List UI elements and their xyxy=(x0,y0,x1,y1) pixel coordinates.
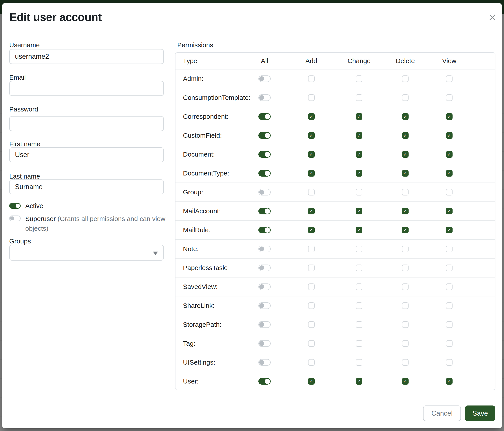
permission-add-checkbox[interactable] xyxy=(308,246,315,252)
permission-view-checkbox[interactable] xyxy=(446,151,452,158)
permission-add-checkbox[interactable] xyxy=(308,359,315,366)
permission-type-label: Document: xyxy=(175,151,242,158)
permission-view-checkbox[interactable] xyxy=(446,321,452,328)
permission-all-toggle[interactable] xyxy=(258,132,271,139)
cancel-button[interactable]: Cancel xyxy=(423,405,461,421)
permission-delete-checkbox[interactable] xyxy=(402,227,409,233)
permission-all-toggle[interactable] xyxy=(258,340,271,347)
permission-delete-checkbox[interactable] xyxy=(402,208,409,214)
permission-add-checkbox[interactable] xyxy=(308,340,315,347)
permission-all-toggle[interactable] xyxy=(258,170,271,177)
permission-all-toggle[interactable] xyxy=(258,151,271,158)
permission-delete-checkbox[interactable] xyxy=(402,302,409,309)
permission-change-checkbox[interactable] xyxy=(356,246,362,252)
permission-all-toggle[interactable] xyxy=(258,75,271,82)
permission-change-checkbox[interactable] xyxy=(356,359,362,366)
permission-change-checkbox[interactable] xyxy=(356,283,362,290)
permission-change-checkbox[interactable] xyxy=(356,94,362,101)
toggle-knob xyxy=(265,379,270,384)
permission-all-toggle[interactable] xyxy=(258,302,271,309)
permission-delete-checkbox[interactable] xyxy=(402,189,409,196)
permission-change-checkbox[interactable] xyxy=(356,227,362,233)
permission-change-checkbox[interactable] xyxy=(356,340,362,347)
permission-change-checkbox[interactable] xyxy=(356,208,362,214)
permission-delete-checkbox[interactable] xyxy=(402,265,409,271)
permission-add-checkbox[interactable] xyxy=(308,302,315,309)
permission-add-checkbox[interactable] xyxy=(308,227,315,233)
permission-view-checkbox[interactable] xyxy=(446,283,452,290)
permission-change-checkbox[interactable] xyxy=(356,75,362,82)
permission-all-toggle[interactable] xyxy=(258,246,271,252)
email-field[interactable] xyxy=(9,81,164,96)
permission-delete-checkbox[interactable] xyxy=(402,75,409,82)
last-name-field[interactable] xyxy=(9,180,164,194)
permission-add-checkbox[interactable] xyxy=(308,132,315,139)
permission-view-checkbox[interactable] xyxy=(446,302,452,309)
permission-view-checkbox[interactable] xyxy=(446,246,452,252)
permission-all-toggle[interactable] xyxy=(258,378,271,385)
permission-add-checkbox[interactable] xyxy=(308,321,315,328)
permission-add-checkbox[interactable] xyxy=(308,94,315,101)
active-toggle[interactable] xyxy=(9,203,21,209)
superuser-toggle[interactable] xyxy=(9,216,21,221)
permission-view-checkbox[interactable] xyxy=(446,189,452,196)
permission-all-toggle[interactable] xyxy=(258,208,271,214)
groups-select[interactable] xyxy=(9,245,164,260)
permission-all-toggle[interactable] xyxy=(258,265,271,271)
permission-change-checkbox[interactable] xyxy=(356,302,362,309)
permission-delete-checkbox[interactable] xyxy=(402,113,409,120)
permission-change-checkbox[interactable] xyxy=(356,113,362,120)
permission-delete-checkbox[interactable] xyxy=(402,246,409,252)
permission-delete-checkbox[interactable] xyxy=(402,359,409,366)
permission-all-toggle[interactable] xyxy=(258,283,271,290)
column-header-delete: Delete xyxy=(383,57,427,65)
permission-all-toggle[interactable] xyxy=(258,227,271,233)
permission-delete-checkbox[interactable] xyxy=(402,340,409,347)
permission-delete-checkbox[interactable] xyxy=(402,132,409,139)
permission-view-checkbox[interactable] xyxy=(446,94,452,101)
permission-all-toggle[interactable] xyxy=(258,113,271,120)
permission-add-checkbox[interactable] xyxy=(308,170,315,177)
permission-all-toggle[interactable] xyxy=(258,359,271,366)
permission-add-checkbox[interactable] xyxy=(308,208,315,214)
permission-view-checkbox[interactable] xyxy=(446,170,452,177)
permission-all-toggle[interactable] xyxy=(258,189,271,196)
password-field[interactable] xyxy=(9,116,164,131)
permission-all-toggle[interactable] xyxy=(258,321,271,328)
permission-view-checkbox[interactable] xyxy=(446,378,452,385)
permission-view-checkbox[interactable] xyxy=(446,359,452,366)
close-button[interactable] xyxy=(487,13,497,22)
permission-view-checkbox[interactable] xyxy=(446,265,452,271)
permission-delete-checkbox[interactable] xyxy=(402,151,409,158)
permission-view-checkbox[interactable] xyxy=(446,75,452,82)
permission-add-checkbox[interactable] xyxy=(308,378,315,385)
permission-add-checkbox[interactable] xyxy=(308,75,315,82)
permission-add-checkbox[interactable] xyxy=(308,265,315,271)
save-button[interactable]: Save xyxy=(465,405,495,421)
permission-delete-checkbox[interactable] xyxy=(402,378,409,385)
permission-view-checkbox[interactable] xyxy=(446,208,452,214)
permission-view-checkbox[interactable] xyxy=(446,132,452,139)
permission-type-label: Admin: xyxy=(175,75,242,82)
username-input[interactable] xyxy=(9,49,164,64)
permission-change-checkbox[interactable] xyxy=(356,321,362,328)
permission-view-checkbox[interactable] xyxy=(446,227,452,233)
permission-add-checkbox[interactable] xyxy=(308,113,315,120)
permission-change-checkbox[interactable] xyxy=(356,132,362,139)
permission-delete-checkbox[interactable] xyxy=(402,170,409,177)
permission-change-checkbox[interactable] xyxy=(356,378,362,385)
permission-change-checkbox[interactable] xyxy=(356,151,362,158)
permission-all-toggle[interactable] xyxy=(258,94,271,101)
permission-add-checkbox[interactable] xyxy=(308,151,315,158)
first-name-field[interactable] xyxy=(9,147,164,162)
permission-delete-checkbox[interactable] xyxy=(402,283,409,290)
permission-add-checkbox[interactable] xyxy=(308,283,315,290)
permission-change-checkbox[interactable] xyxy=(356,170,362,177)
permission-delete-checkbox[interactable] xyxy=(402,321,409,328)
permission-view-checkbox[interactable] xyxy=(446,113,452,120)
permission-view-checkbox[interactable] xyxy=(446,340,452,347)
permission-delete-checkbox[interactable] xyxy=(402,94,409,101)
permission-change-checkbox[interactable] xyxy=(356,189,362,196)
permission-add-checkbox[interactable] xyxy=(308,189,315,196)
permission-change-checkbox[interactable] xyxy=(356,265,362,271)
